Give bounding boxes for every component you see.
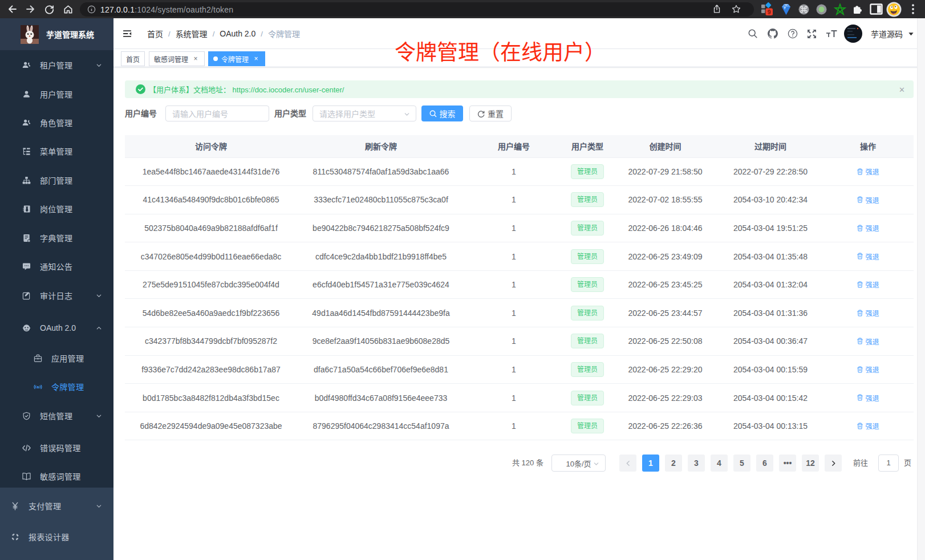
svg-text:a: a [37, 384, 39, 388]
svg-text:9: 9 [768, 9, 771, 15]
